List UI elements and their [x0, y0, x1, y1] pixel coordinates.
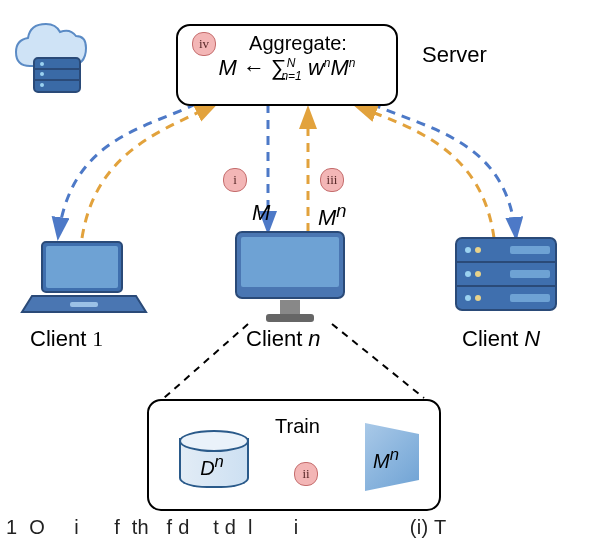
client-N-label: Client N	[462, 326, 540, 352]
link-server-to-clientN	[372, 104, 516, 238]
server-rack-icon	[456, 238, 556, 310]
svg-point-16	[465, 247, 471, 253]
train-label: Train	[275, 415, 320, 438]
laptop-icon	[22, 242, 146, 312]
server-label: Server	[422, 42, 487, 68]
svg-point-3	[40, 62, 44, 66]
badge-iii: iii	[320, 168, 344, 192]
link-clientN-to-server	[356, 106, 494, 238]
svg-point-23	[475, 295, 481, 301]
svg-point-4	[40, 72, 44, 76]
badge-ii: ii	[294, 462, 318, 486]
svg-rect-10	[241, 237, 339, 287]
svg-rect-18	[510, 246, 550, 254]
aggregate-formula: M ← ∑Nn=1 wnMn	[178, 55, 396, 83]
svg-rect-7	[46, 246, 118, 288]
monitor-icon	[236, 232, 344, 322]
svg-rect-12	[266, 314, 314, 322]
badge-i: i	[223, 168, 247, 192]
svg-point-19	[465, 271, 471, 277]
client-n-label: Client n	[246, 326, 321, 352]
svg-point-22	[465, 295, 471, 301]
client-1-label: Client 1	[30, 326, 103, 352]
cloud-server-icon	[34, 58, 80, 92]
badge-iv: iv	[192, 32, 216, 56]
svg-point-5	[40, 83, 44, 87]
svg-rect-11	[280, 300, 300, 314]
caption-fragment: 1 O i f th f d t d l i (i) T	[6, 516, 446, 539]
svg-rect-21	[510, 270, 550, 278]
arrow-up-label: Mn	[318, 200, 347, 231]
link-server-to-client1	[58, 104, 196, 238]
aggregate-label: Aggregate:	[249, 32, 347, 55]
svg-rect-24	[510, 294, 550, 302]
model-trapezoid: Mn	[365, 423, 419, 491]
svg-point-20	[475, 271, 481, 277]
dataset-cylinder: Dn	[179, 430, 245, 486]
zoom-line-right	[332, 324, 424, 398]
svg-point-17	[475, 247, 481, 253]
svg-rect-8	[70, 302, 98, 307]
arrow-down-label: M	[252, 200, 270, 226]
zoom-line-left	[164, 324, 248, 398]
